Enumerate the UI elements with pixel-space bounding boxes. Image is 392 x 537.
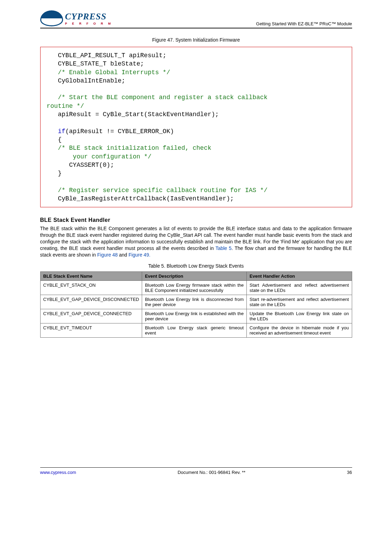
code-line: (apiResult != CYBLE_ERROR_OK) (66, 128, 174, 135)
table-cell: CYBLE_EVT_GAP_DEVICE_CONNECTED (40, 309, 142, 323)
code-line: your configuration */ (47, 153, 151, 160)
table-cell: Configure the device in hibernate mode i… (247, 323, 352, 337)
table-header-row: BLE Stack Event Name Event Description E… (40, 271, 352, 280)
table-header: Event Description (142, 271, 247, 280)
table-caption: Table 5. Bluetooth Low Energy Stack Even… (40, 263, 352, 269)
link-figure49[interactable]: Figure 49. (129, 252, 150, 258)
code-line: } (47, 170, 62, 177)
figure-caption: Figure 47. System Initialization Firmwar… (40, 37, 352, 43)
code-line: apiResult = CyBle_Start(StackEventHandle… (47, 111, 219, 118)
page-footer: www.cypress.com Document No.: 001-96841 … (40, 467, 352, 475)
document-title: Getting Started With EZ-BLE™ PRoC™ Modul… (256, 21, 352, 26)
table-cell: Bluetooth Low Energy link is disconnecte… (142, 295, 247, 309)
table-cell: Bluetooth Low Energy link is established… (142, 309, 247, 323)
section-heading: BLE Stack Event Handler (40, 217, 352, 223)
page-header: CYPRESS P E R F O R M Getting Started Wi… (40, 10, 352, 28)
table-header: Event Handler Action (247, 271, 352, 280)
table-row: CYBLE_EVT_GAP_DEVICE_CONNECTED Bluetooth… (40, 309, 352, 323)
code-listing: CYBLE_API_RESULT_T apiResult; CYBLE_STAT… (40, 47, 352, 207)
link-figure48[interactable]: Figure 48 (97, 252, 117, 258)
table-row: CYBLE_EVT_GAP_DEVICE_DISCONNECTED Blueto… (40, 295, 352, 309)
logo: CYPRESS P E R F O R M (40, 10, 113, 26)
code-line: CYASSERT(0); (47, 162, 114, 168)
code-line: /* Register service specific callback ro… (47, 187, 268, 194)
code-line: CyGlobalIntEnable; (47, 77, 125, 84)
table-row: CYBLE_EVT_STACK_ON Bluetooth Low Energy … (40, 280, 352, 295)
logo-brand: CYPRESS (65, 11, 113, 22)
footer-docno: Document No.: 001-96841 Rev. ** (177, 470, 245, 475)
logo-icon (40, 10, 63, 26)
code-line: /* Enable Global Interrupts */ (47, 69, 170, 76)
code-line: { (47, 136, 62, 143)
table-cell: CYBLE_EVT_STACK_ON (40, 280, 142, 295)
link-table5[interactable]: Table 5 (216, 245, 232, 251)
table-cell: Bluetooth Low Energy firmware stack with… (142, 280, 247, 295)
table-cell: Start re-advertisement and reflect adver… (247, 295, 352, 309)
table-header: BLE Stack Event Name (40, 271, 142, 280)
code-line: if (47, 128, 66, 135)
table-cell: Start Advertisement and reflect advertis… (247, 280, 352, 295)
table-row: CYBLE_EVT_TIMEOUT Bluetooth Low Energy s… (40, 323, 352, 337)
body-paragraph: The BLE stack within the BLE Component g… (40, 225, 352, 258)
table-cell: CYBLE_EVT_TIMEOUT (40, 323, 142, 337)
logo-tagline: P E R F O R M (65, 22, 113, 25)
code-line: CyBle_IasRegisterAttrCallback(IasEventHa… (47, 195, 234, 202)
code-line: /* BLE stack initialization failed, chec… (47, 145, 211, 151)
table-cell: Bluetooth Low Energy stack generic timeo… (142, 323, 247, 337)
code-line: CYBLE_API_RESULT_T apiResult; (47, 52, 167, 59)
footer-url[interactable]: www.cypress.com (40, 470, 76, 475)
code-line: /* Start the BLE component and register … (47, 94, 268, 101)
table-cell: CYBLE_EVT_GAP_DEVICE_DISCONNECTED (40, 295, 142, 309)
footer-page: 36 (347, 470, 352, 475)
table-cell: Update the Bluetooth Low Energy link sta… (247, 309, 352, 323)
code-line: CYBLE_STATE_T bleState; (47, 60, 144, 67)
events-table: BLE Stack Event Name Event Description E… (40, 271, 352, 338)
body-text: and (118, 252, 129, 258)
code-line: routine */ (47, 103, 84, 110)
